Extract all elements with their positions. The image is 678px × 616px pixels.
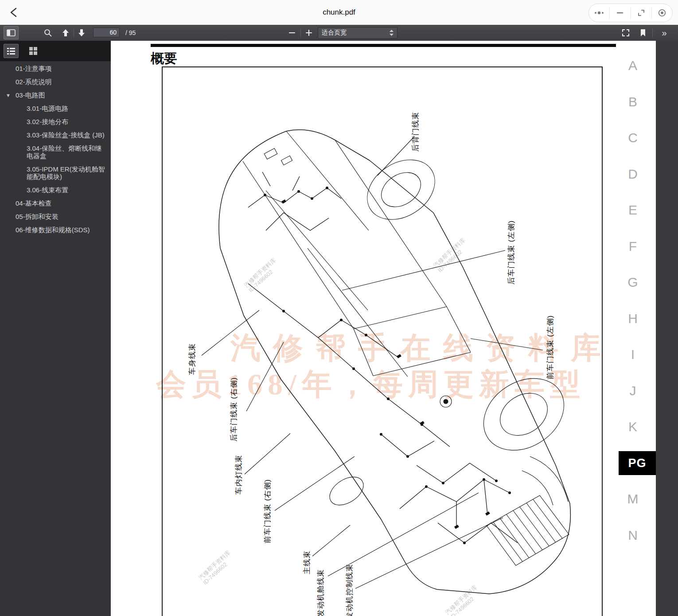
resize-icon — [637, 8, 646, 17]
section-tab: D — [620, 167, 645, 181]
thumbnails-grid-icon — [29, 47, 38, 55]
harness-label: 前车门线束 (右侧) — [262, 479, 273, 543]
toc-item[interactable]: 02-系统说明 — [0, 78, 111, 86]
toc-item[interactable]: 3.04-保险丝、熔断线和继电器盒 — [0, 144, 111, 160]
expanded-triangle-icon[interactable]: ▼ — [6, 92, 11, 99]
resize-button[interactable] — [631, 7, 652, 19]
toc-item[interactable]: 3.05-IPDM ER(发动机舱智能配电模块) — [0, 165, 111, 180]
minus-icon — [289, 30, 295, 36]
pdf-sidebar: 01-注意事项02-系统说明▼03-电路图3.01-电源电路3.02-接地分布3… — [0, 41, 111, 616]
thumbnails-view-button[interactable] — [26, 44, 41, 58]
toc-item[interactable]: 04-基本检查 — [0, 199, 111, 207]
section-tab: N — [620, 528, 645, 542]
section-tab: G — [620, 275, 645, 289]
minimize-button[interactable] — [610, 7, 631, 19]
zoom-mode-label: 适合页宽 — [322, 29, 390, 37]
sidebar-icon — [7, 29, 16, 37]
page-heading: 概要 — [151, 50, 177, 68]
search-icon — [43, 28, 52, 37]
arrow-up-icon — [62, 29, 70, 37]
page-number-input[interactable] — [93, 27, 120, 37]
toc-item[interactable]: 06-维修数据和规格(SDS) — [0, 226, 111, 234]
section-tab-current: PG — [619, 451, 656, 475]
page-count-label: / 95 — [125, 25, 136, 41]
section-tab: H — [620, 312, 645, 326]
minimize-icon — [616, 9, 624, 17]
harness-label: 前车门线束 (左侧) — [545, 315, 555, 379]
toolbar-more-button[interactable]: » — [659, 26, 670, 39]
previous-page-button[interactable] — [59, 26, 72, 39]
arrow-down-icon — [78, 29, 86, 37]
section-tab: C — [620, 131, 645, 145]
pdf-toolbar: / 95 适合页宽 — [0, 25, 678, 41]
app-window: chunk.pdf — [0, 0, 678, 616]
section-tab: E — [620, 203, 645, 217]
harness-label: 后背门线束 — [410, 112, 421, 152]
dots-icon — [594, 10, 604, 16]
outline-view-button[interactable] — [4, 44, 19, 58]
section-rule — [151, 44, 616, 47]
zoom-out-button[interactable] — [286, 26, 298, 39]
plus-icon — [306, 30, 312, 36]
toc-item[interactable]: ▼03-电路图 — [0, 91, 111, 99]
search-button[interactable] — [42, 26, 54, 39]
section-tab: I — [620, 347, 645, 362]
toc-item[interactable]: 3.01-电源电路 — [0, 105, 111, 112]
toc-item[interactable]: 01-注意事项 — [0, 65, 111, 72]
double-chevron-icon: » — [662, 26, 666, 39]
harness-label: 主线束 — [302, 550, 312, 574]
section-tab: K — [620, 420, 645, 434]
toc-item[interactable]: 3.03-保险丝盒-接线盒 (JB) — [0, 131, 111, 139]
section-tab: F — [620, 239, 645, 253]
toc-item[interactable]: 3.02-接地分布 — [0, 118, 111, 125]
toc-list: 01-注意事项02-系统说明▼03-电路图3.01-电源电路3.02-接地分布3… — [0, 65, 111, 239]
bookmark-icon — [639, 28, 647, 37]
zoom-in-button[interactable] — [303, 26, 315, 39]
record-button[interactable] — [652, 7, 672, 19]
toc-item[interactable]: 3.06-线束布置 — [0, 186, 111, 194]
more-options-button[interactable] — [589, 7, 610, 19]
harness-label: 车身线束 — [187, 343, 197, 375]
document-title: chunk.pdf — [0, 0, 678, 25]
browser-titlebar: chunk.pdf — [0, 0, 678, 25]
harness-label: 发动机舱线束 — [316, 569, 326, 616]
window-controls — [588, 4, 673, 22]
harness-label: 后车门线束 (左侧) — [506, 220, 516, 285]
select-spinner-icon — [390, 30, 394, 36]
harness-label: 车内灯线束 — [234, 455, 244, 495]
fullscreen-icon — [621, 28, 630, 37]
bookmark-button[interactable] — [637, 26, 649, 39]
section-tab: J — [620, 384, 645, 398]
car-harness-diagram — [162, 66, 603, 616]
harness-label: 后车门线束 (右侧) — [229, 377, 239, 441]
toc-item[interactable]: 05-拆卸和安装 — [0, 213, 111, 220]
harness-label: 发动机控制线束 — [344, 564, 355, 616]
toggle-sidebar-button[interactable] — [4, 26, 19, 39]
viewer-background — [656, 41, 678, 616]
zoom-mode-select[interactable]: 适合页宽 — [318, 27, 397, 39]
outline-list-icon — [7, 47, 16, 55]
section-tab: B — [620, 95, 645, 109]
next-page-button[interactable] — [75, 26, 88, 39]
section-tab: A — [620, 58, 645, 73]
sidebar-view-switcher — [0, 41, 111, 61]
record-icon — [658, 8, 666, 17]
section-tab: M — [620, 492, 645, 506]
presentation-mode-button[interactable] — [620, 26, 631, 39]
pdf-page: 概要 汽修帮手在线资料库 会员168/年，每周更新车型 — [111, 41, 656, 616]
